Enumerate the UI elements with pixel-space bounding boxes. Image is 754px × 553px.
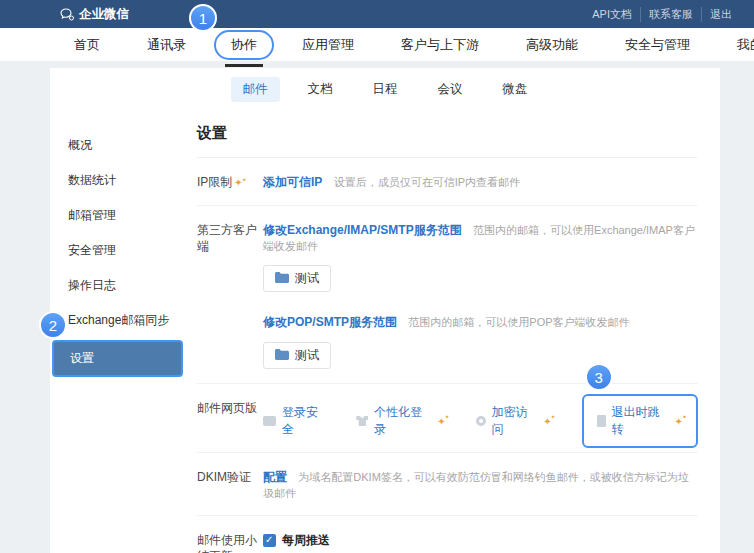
sidebar-item-settings-label: 设置 xyxy=(70,351,94,365)
row-third-party-client: 第三方客户端 修改Exchange/IMAP/SMTP服务范围 范围内的邮箱，可… xyxy=(197,206,698,384)
topbar-link-contact-support[interactable]: 联系客服 xyxy=(640,7,701,22)
new-sparkle-icon xyxy=(234,175,242,191)
weekly-push-label: 每周推送 xyxy=(282,532,330,549)
sidebar-item-operation-log[interactable]: 操作日志 xyxy=(50,268,185,303)
nav-tab-app-management[interactable]: 应用管理 xyxy=(298,34,358,56)
app-logo[interactable]: 企业微信 xyxy=(60,6,129,23)
nav-tab-advanced[interactable]: 高级功能 xyxy=(522,34,582,56)
row-ip-restriction-label: IP限制 xyxy=(197,174,263,191)
page-title: 设置 xyxy=(197,120,698,158)
topbar-links: API文档 联系客服 退出 xyxy=(584,7,740,22)
login-security-link[interactable]: 登录安全 xyxy=(263,404,326,438)
new-sparkle-icon xyxy=(543,416,551,427)
sidebar-item-security-management[interactable]: 安全管理 xyxy=(50,233,185,268)
nav-tab-my-company[interactable]: 我的企业 xyxy=(733,34,754,56)
ip-restriction-desc: 设置后，成员仅可在可信IP内查看邮件 xyxy=(334,176,520,188)
tab-meeting[interactable]: 会议 xyxy=(426,77,475,102)
ring-icon xyxy=(476,416,486,426)
weekly-push-checkbox[interactable] xyxy=(263,534,276,547)
encrypted-access-link[interactable]: 加密访问 xyxy=(476,404,552,438)
nav-tab-customers[interactable]: 客户与上下游 xyxy=(397,34,483,56)
sidebar-item-exchange-sync[interactable]: Exchange邮箱同步 xyxy=(50,303,185,338)
pop-test-button[interactable]: 测试 xyxy=(263,342,331,369)
row-dkim: DKIM验证 配置 为域名配置DKIM签名，可以有效防范仿冒和网络钓鱼邮件，或被… xyxy=(197,453,698,516)
row-ip-restriction: IP限制 添加可信IP 设置后，成员仅可在可信IP内查看邮件 xyxy=(197,158,698,206)
modify-pop-smtp-link[interactable]: 修改POP/SMTP服务范围 xyxy=(263,315,397,329)
sidebar-item-settings[interactable]: 2 设置 xyxy=(52,340,183,377)
monitor-icon xyxy=(263,416,276,426)
new-sparkle-icon xyxy=(675,416,683,427)
step-bubble-1: 1 xyxy=(189,4,217,32)
main-card: 邮件 文档 日程 会议 微盘 概况 数据统计 邮箱管理 安全管理 操作日志 Ex… xyxy=(50,68,720,553)
nav-tab-security[interactable]: 安全与管理 xyxy=(621,34,694,56)
tab-drive[interactable]: 微盘 xyxy=(491,77,540,102)
topbar-link-api-docs[interactable]: API文档 xyxy=(584,7,640,22)
row-webmail: 邮件网页版 登录安全 个性化登录 加密访问 xyxy=(197,384,698,453)
exchange-imap-smtp-group: 修改Exchange/IMAP/SMTP服务范围 范围内的邮箱，可以使用Exch… xyxy=(263,222,698,292)
nav-tab-contacts[interactable]: 通讯录 xyxy=(143,34,190,56)
tab-calendar[interactable]: 日程 xyxy=(361,77,410,102)
nav-tab-home[interactable]: 首页 xyxy=(70,34,104,56)
exchange-test-button[interactable]: 测试 xyxy=(263,265,331,292)
row-usage-summary-label: 邮件使用小结更新 xyxy=(197,532,263,553)
sidebar-item-mailbox-management[interactable]: 邮箱管理 xyxy=(50,198,185,233)
tab-mail[interactable]: 邮件 xyxy=(231,77,280,102)
door-icon xyxy=(597,415,606,427)
pop-smtp-desc: 范围内的邮箱，可以使用POP客户端收发邮件 xyxy=(408,316,629,328)
dkim-desc: 为域名配置DKIM签名，可以有效防范仿冒和网络钓鱼邮件，或被收信方标记为垃圾邮件 xyxy=(263,471,689,499)
folder-icon xyxy=(275,272,289,286)
new-sparkle-icon xyxy=(437,416,445,427)
wechat-work-bubble-icon xyxy=(60,8,74,21)
sidebar-item-overview[interactable]: 概况 xyxy=(50,128,185,163)
sidebar: 概况 数据统计 邮箱管理 安全管理 操作日志 Exchange邮箱同步 2 设置 xyxy=(50,110,185,553)
row-dkim-label: DKIM验证 xyxy=(197,469,263,501)
folder-icon xyxy=(275,349,289,363)
add-trusted-ip-link[interactable]: 添加可信IP xyxy=(263,175,322,189)
sidebar-item-statistics[interactable]: 数据统计 xyxy=(50,163,185,198)
tab-docs[interactable]: 文档 xyxy=(296,77,345,102)
main-nav: 首页 通讯录 协作 应用管理 客户与上下游 高级功能 安全与管理 我的企业 xyxy=(0,28,754,61)
personalized-login-link[interactable]: 个性化登录 xyxy=(356,404,445,438)
modify-exchange-imap-smtp-link[interactable]: 修改Exchange/IMAP/SMTP服务范围 xyxy=(263,223,462,237)
logout-redirect-link[interactable]: 3 退出时跳转 xyxy=(582,394,698,448)
step-bubble-2: 2 xyxy=(39,311,67,339)
shirt-icon xyxy=(356,416,368,426)
step-bubble-3: 3 xyxy=(585,363,613,391)
row-usage-summary: 邮件使用小结更新 每周推送 开启后，每周一将推送管理员一周使用小结更新。 xyxy=(197,516,698,553)
topbar-link-logout[interactable]: 退出 xyxy=(701,7,740,22)
page-background: 邮件 文档 日程 会议 微盘 概况 数据统计 邮箱管理 安全管理 操作日志 Ex… xyxy=(0,61,754,553)
module-tabs: 邮件 文档 日程 会议 微盘 xyxy=(50,77,720,110)
settings-content: 设置 IP限制 添加可信IP 设置后，成员仅可在可信IP内查看邮件 第三方客户端 xyxy=(185,110,720,553)
app-logo-text: 企业微信 xyxy=(79,6,129,23)
pop-smtp-group: 修改POP/SMTP服务范围 范围内的邮箱，可以使用POP客户端收发邮件 测试 xyxy=(263,314,698,369)
row-webmail-label: 邮件网页版 xyxy=(197,400,263,438)
dkim-configure-link[interactable]: 配置 xyxy=(263,470,287,484)
topbar: 企业微信 API文档 联系客服 退出 xyxy=(0,0,754,28)
nav-tab-collaboration[interactable]: 协作 xyxy=(214,30,274,60)
row-third-party-label: 第三方客户端 xyxy=(197,222,263,369)
